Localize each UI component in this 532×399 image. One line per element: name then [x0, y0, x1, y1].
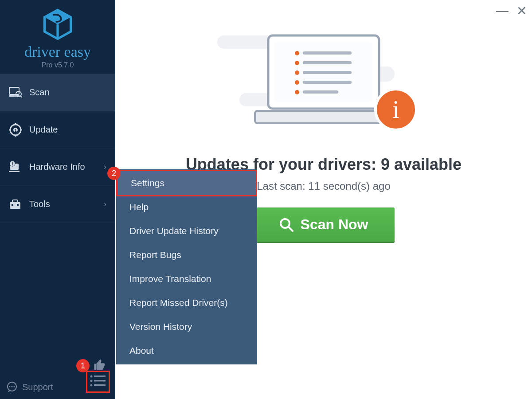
svg-rect-24 [94, 380, 106, 382]
menu-item-version-history[interactable]: Version History [116, 315, 257, 339]
menu-item-report-bugs[interactable]: Report Bugs [116, 243, 257, 267]
sidebar-bottom: Support [0, 366, 115, 399]
menu-item-improve-translation[interactable]: Improve Translation [116, 267, 257, 291]
update-icon: 1 [9, 123, 22, 137]
svg-rect-15 [12, 204, 13, 206]
menu-item-about[interactable]: About [116, 339, 257, 363]
sidebar-item-label: Hardware Info [29, 162, 85, 172]
thumbs-up-icon [93, 358, 106, 372]
app-logo-icon [41, 8, 74, 41]
minimize-button[interactable]: — [496, 4, 509, 18]
support-label: Support [22, 382, 53, 392]
sidebar-item-label: Scan [29, 87, 50, 98]
chevron-right-icon: › [104, 200, 106, 209]
last-scan-text: Last scan: 11 second(s) ago [257, 180, 391, 192]
svg-point-18 [9, 386, 11, 387]
svg-rect-35 [303, 71, 352, 74]
menu-item-report-missed-drivers[interactable]: Report Missed Driver(s) [116, 291, 257, 315]
menu-item-settings[interactable]: Settings [116, 170, 257, 196]
annotation-badge-1: 1 [76, 359, 90, 372]
svg-point-34 [295, 70, 299, 75]
sidebar-item-update[interactable]: 1 Update [0, 111, 115, 149]
context-menu: Settings Help Driver Update History Repo… [116, 169, 257, 364]
menu-button[interactable] [86, 371, 110, 393]
svg-point-21 [90, 376, 93, 378]
svg-rect-26 [94, 384, 106, 386]
headline-count: 9 available [381, 155, 462, 173]
svg-rect-29 [255, 111, 392, 123]
scan-button-label: Scan Now [301, 216, 368, 233]
svg-point-38 [295, 90, 299, 94]
info-badge-icon: i [374, 88, 418, 131]
svg-point-19 [12, 386, 13, 387]
logo-area: driver easy Pro v5.7.0 [0, 0, 115, 74]
scan-icon [9, 87, 22, 98]
chevron-right-icon: › [104, 162, 106, 172]
sidebar-item-tools[interactable]: Tools › [0, 186, 115, 223]
close-button[interactable]: ✕ [516, 4, 527, 18]
svg-text:1: 1 [14, 128, 16, 133]
svg-rect-16 [17, 204, 19, 206]
svg-point-30 [295, 51, 299, 55]
sidebar-item-label: Update [29, 125, 58, 135]
svg-rect-13 [10, 202, 20, 209]
tools-icon [9, 199, 22, 210]
menu-item-help[interactable]: Help [116, 195, 257, 219]
app-version: Pro v5.7.0 [0, 61, 115, 69]
svg-point-32 [295, 61, 299, 65]
app-name: driver easy [0, 43, 115, 60]
sidebar-item-hardware-info[interactable]: i Hardware Info › [0, 149, 115, 186]
svg-rect-14 [12, 200, 18, 202]
menu-item-driver-update-history[interactable]: Driver Update History [116, 219, 257, 243]
svg-rect-31 [303, 51, 352, 55]
support-link[interactable]: Support [6, 381, 53, 393]
svg-line-5 [20, 96, 22, 98]
chat-icon [6, 381, 18, 393]
sidebar-item-scan[interactable]: Scan [0, 74, 115, 111]
svg-point-25 [90, 384, 93, 387]
sidebar-item-label: Tools [29, 199, 50, 209]
svg-rect-33 [303, 61, 352, 64]
svg-rect-37 [303, 81, 352, 84]
sidebar: driver easy Pro v5.7.0 Scan 1 Update i H… [0, 0, 115, 399]
svg-rect-39 [303, 90, 338, 94]
svg-rect-2 [9, 87, 19, 94]
menu-list-icon [89, 374, 107, 388]
svg-rect-22 [94, 376, 106, 377]
hardware-info-icon: i [9, 161, 22, 173]
svg-line-41 [289, 227, 293, 231]
svg-rect-10 [9, 171, 20, 172]
svg-point-20 [14, 386, 15, 387]
scan-illustration: i [213, 18, 434, 142]
search-icon [279, 218, 293, 232]
scan-now-button[interactable]: Scan Now [253, 207, 395, 242]
svg-point-23 [90, 380, 93, 382]
svg-text:i: i [12, 162, 13, 166]
annotation-badge-2: 2 [107, 167, 121, 180]
window-controls: — ✕ [496, 4, 527, 18]
svg-point-36 [295, 80, 299, 85]
